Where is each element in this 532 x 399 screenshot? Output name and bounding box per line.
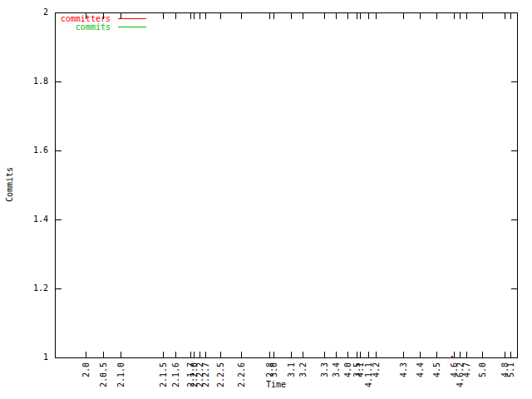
x-tick-mark-mirror bbox=[482, 13, 483, 19]
x-tick-mark bbox=[86, 352, 86, 357]
plot-border bbox=[55, 12, 518, 358]
y-tick-label: 1 bbox=[12, 352, 48, 362]
x-tick-label: 4.2 bbox=[372, 362, 382, 377]
x-tick-label: 5.0 bbox=[478, 362, 488, 377]
x-tick-mark-mirror bbox=[466, 13, 467, 19]
x-tick-label: 3.3 bbox=[320, 362, 330, 377]
x-tick-mark bbox=[347, 352, 348, 357]
x-tick-mark-mirror bbox=[420, 13, 421, 19]
y-tick-mark bbox=[56, 357, 62, 358]
x-tick-label: 2.2.5 bbox=[216, 362, 226, 387]
x-tick-mark-mirror bbox=[163, 13, 164, 19]
x-tick-label: 3.0 bbox=[269, 362, 279, 377]
x-tick-mark-mirror bbox=[86, 13, 86, 19]
x-tick-mark bbox=[482, 352, 483, 357]
x-tick-mark-mirror bbox=[303, 13, 303, 19]
x-tick-mark-mirror bbox=[324, 13, 325, 19]
x-tick-label: 3.1 bbox=[287, 362, 297, 377]
x-tick-mark bbox=[175, 352, 176, 357]
y-tick-mark bbox=[56, 150, 62, 151]
y-tick-mark bbox=[56, 12, 62, 13]
x-tick-mark bbox=[357, 352, 357, 357]
x-tick-mark bbox=[103, 352, 104, 357]
x-tick-mark-mirror bbox=[368, 13, 369, 19]
x-tick-mark bbox=[273, 352, 274, 357]
legend-line-sample-commits bbox=[118, 27, 146, 27]
x-tick-mark bbox=[360, 352, 361, 357]
x-tick-mark-mirror bbox=[190, 13, 191, 19]
x-tick-mark-mirror bbox=[505, 13, 505, 19]
x-tick-mark-mirror bbox=[291, 13, 292, 19]
y-tick-mark-mirror bbox=[511, 150, 517, 151]
x-tick-mark-mirror bbox=[403, 13, 404, 19]
x-tick-mark bbox=[121, 352, 121, 357]
x-tick-mark bbox=[510, 352, 511, 357]
x-tick-label: 2.0.5 bbox=[99, 362, 109, 387]
x-tick-mark bbox=[163, 352, 164, 357]
x-tick-mark bbox=[324, 352, 325, 357]
x-tick-mark bbox=[336, 352, 337, 357]
x-tick-mark bbox=[466, 352, 467, 357]
x-tick-mark bbox=[303, 352, 303, 357]
x-tick-mark-mirror bbox=[200, 13, 200, 19]
y-tick-label: 1.2 bbox=[12, 283, 48, 293]
x-tick-mark bbox=[291, 352, 292, 357]
y-tick-mark-mirror bbox=[511, 288, 517, 289]
y-axis-title: Commits bbox=[5, 148, 15, 221]
x-tick-label: 4.3 bbox=[399, 362, 409, 377]
y-tick-label: 1.4 bbox=[12, 214, 48, 224]
y-tick-mark-mirror bbox=[511, 357, 517, 358]
x-tick-mark bbox=[368, 352, 369, 357]
x-tick-mark-mirror bbox=[347, 13, 348, 19]
x-tick-mark-mirror bbox=[205, 13, 206, 19]
x-tick-label: 2.0 bbox=[81, 362, 91, 377]
x-tick-label: 2.2.7 bbox=[201, 362, 211, 387]
x-tick-mark-mirror bbox=[273, 13, 274, 19]
y-tick-mark-mirror bbox=[511, 81, 517, 82]
x-tick-mark bbox=[376, 352, 377, 357]
x-tick-label: 4.7 bbox=[462, 362, 472, 377]
y-tick-label: 1.8 bbox=[12, 76, 48, 86]
y-tick-mark bbox=[56, 288, 62, 289]
legend-label-commits: commits bbox=[51, 22, 111, 32]
y-tick-mark bbox=[56, 219, 62, 220]
x-tick-mark-mirror bbox=[194, 13, 195, 19]
x-tick-mark bbox=[241, 352, 242, 357]
x-tick-mark bbox=[436, 352, 437, 357]
x-tick-mark bbox=[460, 352, 461, 357]
x-tick-label: 2.1.6 bbox=[171, 362, 181, 387]
x-tick-label: 5.1 bbox=[506, 362, 516, 377]
x-tick-mark-mirror bbox=[357, 13, 357, 19]
x-tick-mark bbox=[200, 352, 200, 357]
x-tick-mark bbox=[190, 352, 191, 357]
x-tick-mark bbox=[454, 352, 455, 357]
committers-data-point bbox=[451, 356, 453, 357]
x-tick-mark-mirror bbox=[220, 13, 221, 19]
y-tick-label: 2 bbox=[12, 7, 48, 17]
x-tick-label: 3.2 bbox=[298, 362, 308, 377]
x-tick-mark-mirror bbox=[510, 13, 511, 19]
x-tick-mark bbox=[403, 352, 404, 357]
x-tick-mark-mirror bbox=[103, 13, 104, 19]
x-tick-mark bbox=[420, 352, 421, 357]
x-tick-label: 4.4 bbox=[416, 362, 426, 377]
x-tick-mark-mirror bbox=[436, 13, 437, 19]
x-tick-mark bbox=[505, 352, 505, 357]
y-tick-mark-mirror bbox=[511, 12, 517, 13]
x-tick-mark-mirror bbox=[460, 13, 461, 19]
x-tick-mark-mirror bbox=[269, 13, 270, 19]
x-tick-mark-mirror bbox=[241, 13, 242, 19]
legend-line-sample-committers bbox=[118, 18, 146, 19]
y-tick-mark bbox=[56, 81, 62, 82]
x-tick-mark bbox=[220, 352, 221, 357]
x-tick-mark-mirror bbox=[336, 13, 337, 19]
chart-canvas: Commits Time committers commits 21.81.61… bbox=[0, 0, 532, 399]
x-tick-mark-mirror bbox=[376, 13, 377, 19]
x-tick-mark-mirror bbox=[360, 13, 361, 19]
x-tick-label: 2.2.6 bbox=[237, 362, 247, 387]
x-axis-title: Time bbox=[251, 380, 301, 389]
y-tick-mark-mirror bbox=[511, 219, 517, 220]
x-tick-mark-mirror bbox=[454, 13, 455, 19]
y-tick-label: 1.6 bbox=[12, 145, 48, 155]
x-tick-label: 4.5 bbox=[432, 362, 442, 377]
